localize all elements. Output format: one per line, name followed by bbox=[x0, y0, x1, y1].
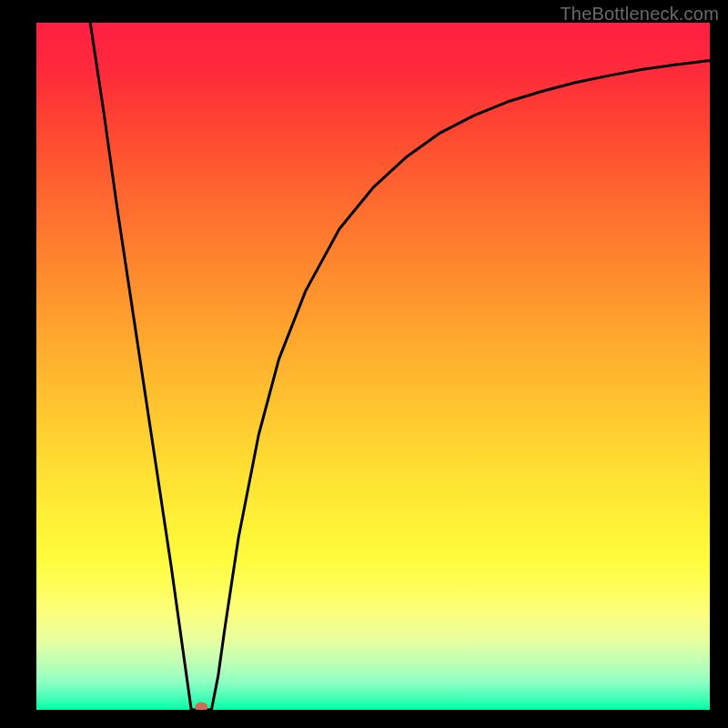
plot-area bbox=[36, 23, 710, 710]
watermark-text: TheBottleneck.com bbox=[560, 4, 719, 25]
curve-line bbox=[90, 23, 710, 710]
optimum-marker bbox=[195, 703, 207, 711]
chart-overlay bbox=[36, 23, 710, 710]
chart-frame: TheBottleneck.com bbox=[0, 0, 728, 728]
